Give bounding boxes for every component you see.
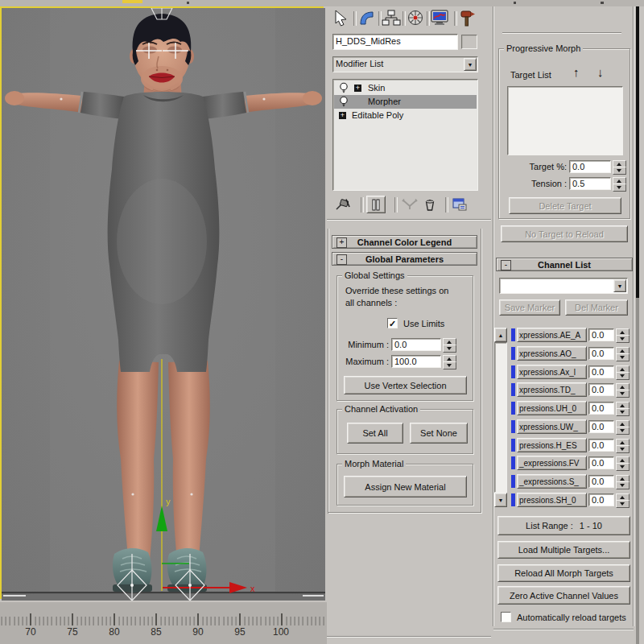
stack-item-label: Morpher <box>368 97 401 106</box>
command-panel: H_DDS_MidRes Modifier List ▼ + Skin Morp… <box>327 6 491 644</box>
expand-icon[interactable]: + <box>336 237 347 248</box>
channel-value-field[interactable]: 0.0 <box>588 475 614 488</box>
zero-active-channel-values-button[interactable]: Zero Active Channel Values <box>497 586 630 605</box>
object-name-field[interactable]: H_DDS_MidRes <box>332 34 458 50</box>
channel-value-field[interactable]: 0.0 <box>588 420 614 433</box>
channel-value-field[interactable]: 0.0 <box>588 365 614 378</box>
channel-name-button[interactable]: xpressions.Ax_l <box>517 365 587 379</box>
channel-value-field[interactable]: 0.0 <box>588 456 614 469</box>
assign-new-material-button[interactable]: Assign New Material <box>344 476 467 497</box>
rollout-rail <box>633 6 634 626</box>
object-color-swatch[interactable] <box>461 35 477 49</box>
modifier-list-dropdown[interactable]: Modifier List <box>332 56 478 72</box>
maximum-field[interactable]: 100.0 <box>391 355 441 368</box>
move-target-down-button[interactable]: ↓ <box>597 65 604 79</box>
modifier-list-dropdown-arrow[interactable]: ▼ <box>464 58 477 71</box>
pin-stack-icon[interactable] <box>334 197 353 213</box>
channel-value-spinner[interactable] <box>616 347 628 360</box>
channel-name-button[interactable]: xpressions.AE_A <box>517 328 587 342</box>
delete-target-button[interactable]: Delete Target <box>509 197 621 214</box>
channel-name-button[interactable]: _expressions.FV <box>517 456 587 470</box>
panel-scrollbar-thumb[interactable] <box>636 298 639 644</box>
channel-marker-bar <box>511 493 515 506</box>
bulb-icon[interactable] <box>339 82 349 95</box>
viewport-3d[interactable]: y x <box>0 6 324 599</box>
target-list-box[interactable] <box>507 86 623 155</box>
target-pct-field[interactable]: 0.0 <box>569 160 611 173</box>
modifier-stack[interactable]: + Skin Morpher + Editable Poly <box>332 79 478 191</box>
rollout-global-parameters[interactable]: - Global Parameters <box>332 252 477 266</box>
rollout-channel-color-legend[interactable]: + Channel Color Legend <box>332 235 477 249</box>
channel-name-button[interactable]: xpressions.UW_ <box>517 419 587 434</box>
channel-value-field[interactable]: 0.0 <box>588 439 614 452</box>
channel-name-button[interactable]: _expressions.S_ <box>517 474 587 489</box>
x-axis-label: x <box>250 584 255 593</box>
tension-spinner[interactable] <box>613 177 625 190</box>
channel-name-button[interactable]: pressions.SH_0 <box>517 493 587 507</box>
rollout-channel-list[interactable]: - Channel List <box>496 258 633 271</box>
marker-dropdown-arrow[interactable]: ▼ <box>613 279 626 292</box>
minimum-field[interactable]: 0.0 <box>391 338 441 351</box>
channel-value-field[interactable]: 0.0 <box>588 328 614 341</box>
motion-tab[interactable] <box>406 9 425 28</box>
set-none-button[interactable]: Set None <box>410 423 468 444</box>
panel-scrollbar-track[interactable] <box>636 6 639 298</box>
make-unique-icon[interactable] <box>401 198 419 213</box>
load-multiple-targets-button[interactable]: Load Multiple Targets... <box>497 541 630 559</box>
marker-dropdown[interactable] <box>499 278 628 294</box>
use-vertex-selection-button[interactable]: Use Vertex Selection <box>344 376 467 394</box>
reload-all-morph-targets-button[interactable]: Reload All Morph Targets <box>497 564 630 582</box>
channel-value-field[interactable]: 0.0 <box>588 493 614 506</box>
remove-modifier-icon[interactable] <box>423 198 436 213</box>
target-pct-label: Target %: <box>506 162 567 171</box>
channel-value-spinner[interactable] <box>616 383 628 396</box>
utilities-tab[interactable] <box>459 9 478 28</box>
hierarchy-tab[interactable] <box>382 9 401 28</box>
channel-value-spinner[interactable] <box>616 328 628 341</box>
channel-value-spinner[interactable] <box>616 456 628 469</box>
modify-tab[interactable] <box>357 9 377 28</box>
bulb-icon[interactable] <box>339 96 349 109</box>
ruler-label: 100 <box>270 626 292 638</box>
auto-reload-targets-checkbox[interactable] <box>501 612 511 622</box>
set-all-button[interactable]: Set All <box>347 423 403 444</box>
channel-name-button[interactable]: xpressions.AO_ <box>517 346 587 361</box>
channel-value-field[interactable]: 0.0 <box>588 402 614 415</box>
stack-item-skin[interactable]: + Skin <box>334 81 477 95</box>
show-end-result-button[interactable] <box>366 196 386 213</box>
target-pct-spinner[interactable] <box>613 160 625 173</box>
minimum-spinner[interactable] <box>443 338 455 351</box>
stack-item-editable-poly[interactable]: + Editable Poly <box>334 109 477 122</box>
stack-item-morpher[interactable]: Morpher <box>334 95 477 109</box>
list-range-display[interactable]: List Range : 1 - 10 <box>497 516 630 535</box>
maximum-spinner[interactable] <box>443 355 455 368</box>
expand-icon[interactable]: + <box>354 85 361 92</box>
channel-value-spinner[interactable] <box>616 493 628 506</box>
collapse-icon[interactable]: - <box>336 254 347 265</box>
expand-icon[interactable]: + <box>339 112 346 119</box>
channel-value-spinner[interactable] <box>616 475 628 488</box>
use-limits-checkbox[interactable]: ✓ <box>387 318 398 328</box>
del-marker-button[interactable]: Del Marker <box>565 299 628 316</box>
channel-value-spinner[interactable] <box>616 365 628 378</box>
configure-modifier-sets-icon[interactable] <box>452 197 468 213</box>
channel-name-button[interactable]: pressions.H_ES <box>517 438 587 452</box>
no-target-to-reload-button[interactable]: No Target to Reload <box>501 225 628 242</box>
channel-value-spinner[interactable] <box>616 420 628 433</box>
channel-value-field[interactable]: 0.0 <box>588 347 614 360</box>
move-target-up-button[interactable]: ↑ <box>573 65 580 79</box>
tension-field[interactable]: 0.5 <box>569 177 611 190</box>
channel-name-button[interactable]: pressions.UH_0 <box>517 401 587 415</box>
ruler-major-tick <box>239 613 241 625</box>
save-marker-button[interactable]: Save Marker <box>499 299 560 316</box>
channel-name-button[interactable]: xpressions.TD_ <box>517 382 587 397</box>
channel-row: pressions.SH_0 0.0 <box>491 493 633 507</box>
display-tab[interactable] <box>430 9 451 28</box>
track-bar-ruler[interactable]: 70 75 80 85 90 95 100 <box>0 602 327 644</box>
rollout-rail <box>481 229 482 514</box>
channel-value-spinner[interactable] <box>616 439 628 452</box>
channel-value-field[interactable]: 0.0 <box>588 383 614 396</box>
channel-value-spinner[interactable] <box>616 402 628 415</box>
collapse-icon[interactable]: - <box>501 260 511 270</box>
create-tab[interactable] <box>332 9 351 28</box>
